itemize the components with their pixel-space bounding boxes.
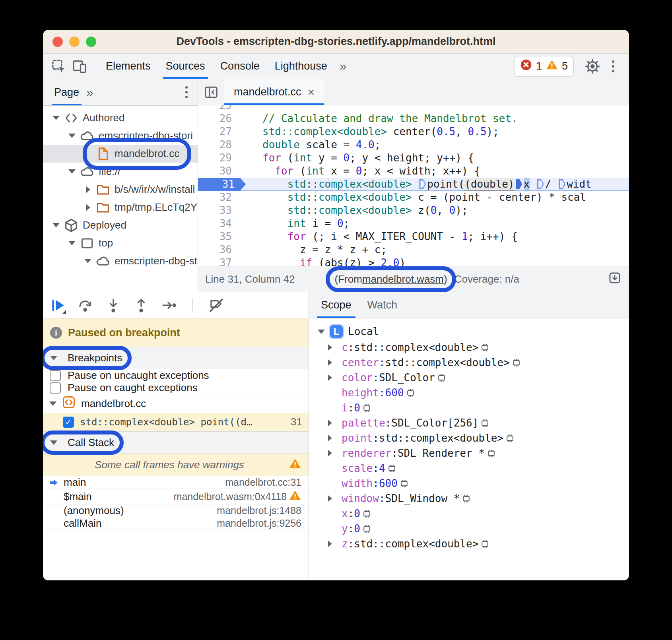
memory-inspector-icon[interactable]	[386, 463, 397, 474]
call-stack-frame[interactable]: callMainmandelbrot.js:9256	[43, 517, 309, 530]
inline-breakpoint-marker-icon[interactable]	[516, 179, 522, 189]
editor-tab-mandelbrot[interactable]: mandelbrot.cc ×	[224, 79, 324, 105]
gutter-line-number[interactable]: 37	[198, 256, 240, 266]
gutter-line-number[interactable]: 28	[198, 138, 240, 151]
collapse-triangle-icon[interactable]	[50, 440, 57, 445]
disclosure-triangle-icon[interactable]	[65, 169, 79, 174]
code-line[interactable]: 25	[198, 105, 629, 112]
scope-variable[interactable]: window: SDL_Window *	[318, 491, 629, 506]
tree-item[interactable]: b/s/w/ir/x/w/install	[43, 180, 198, 198]
pause-exception-option[interactable]: Pause on uncaught exceptions	[43, 369, 309, 382]
scope-variable[interactable]: renderer: SDL_Renderer *	[318, 446, 629, 461]
inline-breakpoint-marker-icon[interactable]	[559, 179, 565, 189]
scope-variable[interactable]: color: SDL_Color	[318, 370, 629, 385]
scope-variable[interactable]: c: std::complex<double>	[318, 340, 629, 355]
tab-elements[interactable]: Elements	[98, 54, 158, 79]
close-window-button[interactable]	[52, 37, 63, 47]
disclosure-triangle-icon[interactable]	[81, 186, 95, 193]
breakpoint-checkbox[interactable]: ✓	[63, 417, 74, 428]
more-panels-button[interactable]: »	[335, 59, 352, 74]
scope-variable[interactable]: x: 0	[318, 506, 629, 521]
breakpoints-section-header[interactable]: Breakpoints	[43, 347, 309, 369]
disclosure-triangle-icon[interactable]	[328, 420, 342, 426]
scope-variable[interactable]: point: std::complex<double>	[318, 431, 629, 446]
memory-inspector-icon[interactable]	[480, 418, 490, 429]
checkbox[interactable]	[50, 370, 61, 381]
gutter-line-number[interactable]: 29	[198, 151, 240, 165]
code-line[interactable]: 32 std::complex<double> c = (point - cen…	[198, 191, 629, 204]
tab-lighthouse[interactable]: Lighthouse	[267, 54, 335, 79]
memory-inspector-icon[interactable]	[436, 372, 447, 383]
gutter-line-number[interactable]: 30	[198, 165, 240, 178]
gutter-line-number[interactable]: 35	[198, 230, 240, 243]
checkbox[interactable]	[50, 382, 61, 394]
memory-inspector-icon[interactable]	[511, 357, 522, 368]
disclosure-triangle-icon[interactable]	[81, 204, 95, 211]
code-line[interactable]: 27std::complex<double> center(0.5, 0.5);	[198, 125, 629, 138]
wasm-source-link[interactable]: mandelbrot.wasm	[362, 273, 444, 285]
gutter-line-number[interactable]: 32	[198, 191, 240, 204]
scope-variable[interactable]: z: std::complex<double>	[318, 536, 629, 551]
call-stack-section-header[interactable]: Call Stack	[43, 431, 309, 454]
issues-counter[interactable]: 1 5	[514, 56, 574, 77]
tree-item[interactable]: emscripten-dbg-st	[43, 252, 198, 270]
gutter-line-number[interactable]: 36	[198, 243, 240, 256]
pause-exception-option[interactable]: Pause on caught exceptions	[43, 382, 309, 394]
tab-watch[interactable]: Watch	[359, 292, 406, 318]
device-toolbar-icon[interactable]	[69, 57, 90, 76]
scope-variable[interactable]: palette: SDL_Color[256]	[318, 415, 629, 431]
settings-gear-icon[interactable]	[582, 57, 603, 76]
minimize-window-button[interactable]	[69, 37, 80, 47]
load-source-map-icon[interactable]	[608, 271, 622, 288]
disclosure-triangle-icon[interactable]	[328, 541, 342, 547]
memory-inspector-icon[interactable]	[361, 508, 372, 519]
breakpoint-file-group[interactable]: mandelbrot.cc	[43, 394, 309, 413]
disclosure-triangle-icon[interactable]	[81, 259, 95, 263]
memory-inspector-icon[interactable]	[461, 493, 472, 504]
step-into-button[interactable]	[105, 297, 122, 314]
call-stack-frame[interactable]: $mainmandelbrot.wasm:0x4118	[43, 489, 309, 504]
memory-inspector-icon[interactable]	[480, 342, 490, 353]
code-line[interactable]: 37 if (abs(z) > 2.0)	[198, 256, 629, 266]
memory-inspector-icon[interactable]	[486, 448, 497, 459]
code-line[interactable]: 29for (int y = 0; y < height; y++) {	[198, 151, 629, 165]
disclosure-triangle-icon[interactable]	[49, 116, 63, 120]
tab-scope[interactable]: Scope	[313, 292, 359, 318]
code-line[interactable]: 26// Calculate and draw the Mandelbrot s…	[198, 112, 629, 125]
code-editor[interactable]: 2526// Calculate and draw the Mandelbrot…	[198, 105, 629, 266]
scope-variable[interactable]: i: 0	[318, 400, 629, 415]
memory-inspector-icon[interactable]	[399, 478, 410, 489]
call-stack-frame[interactable]: mainmandelbrot.cc:31	[43, 476, 309, 489]
kebab-menu-icon[interactable]	[603, 57, 623, 76]
collapse-triangle-icon[interactable]	[50, 356, 57, 360]
tab-console[interactable]: Console	[213, 54, 267, 79]
tab-page[interactable]: Page	[52, 79, 82, 105]
scope-variable[interactable]: scale: 4	[318, 461, 629, 476]
step-button[interactable]	[161, 297, 177, 314]
memory-inspector-icon[interactable]	[361, 524, 372, 534]
code-line[interactable]: 33 std::complex<double> z(0, 0);	[198, 204, 629, 217]
gutter-line-number[interactable]: 27	[198, 125, 240, 138]
scope-variable[interactable]: width: 600	[318, 476, 629, 491]
disclosure-triangle-icon[interactable]	[328, 435, 342, 441]
disclosure-triangle-icon[interactable]	[65, 241, 79, 245]
gutter-line-number[interactable]: 25	[198, 105, 240, 112]
tree-item[interactable]: Authored	[43, 109, 198, 127]
tree-item[interactable]: tmp/tmp.ELcTq2YC	[43, 198, 198, 216]
tree-item[interactable]: mandelbrot.cc	[43, 145, 198, 163]
zoom-window-button[interactable]	[86, 37, 96, 47]
collapse-triangle-icon[interactable]	[318, 330, 325, 334]
memory-inspector-icon[interactable]	[361, 403, 372, 413]
tree-item[interactable]: top	[43, 234, 198, 252]
code-line[interactable]: 36 z = z * z + c;	[198, 243, 629, 256]
collapse-triangle-icon[interactable]	[49, 401, 56, 406]
memory-inspector-icon[interactable]	[505, 433, 515, 444]
tree-item[interactable]: emscripten-dbg-stori	[43, 127, 198, 145]
breakpoint-entry[interactable]: ✓ std::complex<double> point((d… 31	[43, 413, 309, 431]
disclosure-triangle-icon[interactable]	[328, 450, 342, 456]
disclosure-triangle-icon[interactable]	[328, 374, 342, 381]
tab-sources[interactable]: Sources	[158, 54, 213, 79]
deactivate-breakpoints-button[interactable]	[208, 297, 225, 314]
disclosure-triangle-icon[interactable]	[328, 344, 342, 351]
code-line[interactable]: 28double scale = 4.0;	[198, 138, 629, 151]
